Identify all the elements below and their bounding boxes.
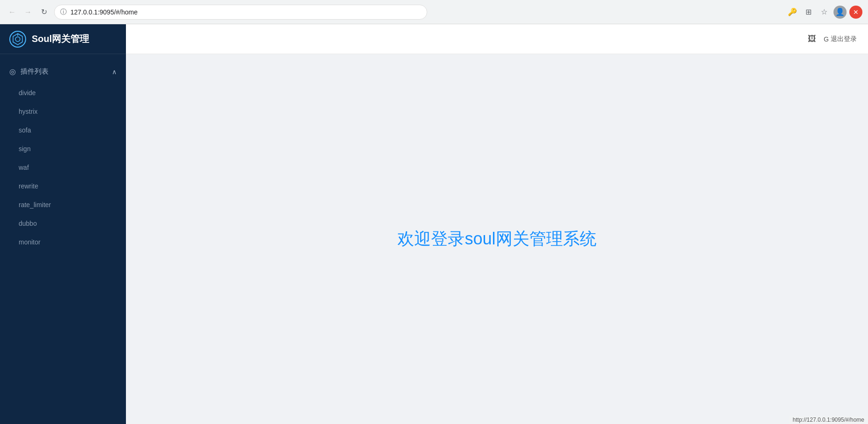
url-text: 127.0.0.1:9095/#/home xyxy=(70,8,138,16)
sidebar-item-waf[interactable]: waf xyxy=(0,158,126,177)
translate-icon: ⊞ xyxy=(806,7,812,16)
plugin-section-header[interactable]: ◎ 插件列表 ∧ xyxy=(0,62,126,82)
star-icon: ☆ xyxy=(821,7,827,16)
logout-icon: G xyxy=(824,35,829,43)
plugin-section-label: 插件列表 xyxy=(21,67,49,76)
logout-label: 退出登录 xyxy=(831,35,857,43)
sidebar-menu: ◎ 插件列表 ∧ divide hystrix sofa sign waf re… xyxy=(0,54,126,257)
logout-button[interactable]: G 退出登录 xyxy=(824,35,857,43)
back-button[interactable]: ← xyxy=(6,6,19,19)
header-actions: 🖼 G 退出登录 xyxy=(806,32,857,46)
app-logo xyxy=(9,31,26,48)
url-status-bar: http://127.0.0.1:9095/#/home xyxy=(789,416,868,424)
star-button[interactable]: ☆ xyxy=(818,6,831,19)
sidebar-item-divide[interactable]: divide xyxy=(0,83,126,102)
address-bar[interactable]: ⓘ 127.0.0.1:9095/#/home xyxy=(54,5,427,20)
lock-icon: ⓘ xyxy=(60,8,67,16)
browser-chrome: ← → ↻ ⓘ 127.0.0.1:9095/#/home 🔑 ⊞ ☆ 👤 ✕ xyxy=(0,0,868,24)
sidebar-item-rate-limiter[interactable]: rate_limiter xyxy=(0,195,126,214)
plugin-menu-items: divide hystrix sofa sign waf rewrite rat… xyxy=(0,82,126,253)
sidebar-header: Soul网关管理 xyxy=(0,24,126,54)
plugin-section-icon: ◎ xyxy=(9,67,16,76)
translate-button[interactable]: ⊞ xyxy=(802,6,815,19)
forward-button[interactable]: → xyxy=(21,6,35,19)
image-icon: 🖼 xyxy=(808,34,816,43)
sidebar-item-hystrix[interactable]: hystrix xyxy=(0,102,126,121)
reload-button[interactable]: ↻ xyxy=(37,6,50,19)
app-container: Soul网关管理 ◎ 插件列表 ∧ divide hystrix sofa si… xyxy=(0,24,868,424)
top-header: 🖼 G 退出登录 xyxy=(126,24,868,54)
key-icon: 🔑 xyxy=(788,7,797,16)
key-button[interactable]: 🔑 xyxy=(786,6,799,19)
sidebar: Soul网关管理 ◎ 插件列表 ∧ divide hystrix sofa si… xyxy=(0,24,126,424)
svg-point-1 xyxy=(15,37,20,42)
reload-icon: ↻ xyxy=(41,7,47,16)
forward-icon: → xyxy=(24,8,32,16)
close-icon: ✕ xyxy=(853,8,859,16)
sidebar-item-dubbo[interactable]: dubbo xyxy=(0,214,126,233)
browser-nav-buttons: ← → ↻ xyxy=(6,6,50,19)
header-image-button[interactable]: 🖼 xyxy=(806,32,818,46)
main-content: 🖼 G 退出登录 欢迎登录soul网关管理系统 xyxy=(126,24,868,424)
close-button[interactable]: ✕ xyxy=(849,6,862,19)
profile-icon: 👤 xyxy=(835,7,845,16)
sidebar-item-rewrite[interactable]: rewrite xyxy=(0,177,126,195)
sidebar-item-sign[interactable]: sign xyxy=(0,139,126,158)
sidebar-item-sofa[interactable]: sofa xyxy=(0,121,126,139)
welcome-message: 欢迎登录soul网关管理系统 xyxy=(397,228,596,250)
app-title: Soul网关管理 xyxy=(32,33,89,45)
sidebar-item-monitor[interactable]: monitor xyxy=(0,233,126,251)
back-icon: ← xyxy=(8,8,16,16)
browser-actions: 🔑 ⊞ ☆ 👤 ✕ xyxy=(786,6,862,19)
page-body: 欢迎登录soul网关管理系统 xyxy=(126,54,868,424)
plugin-section: ◎ 插件列表 ∧ divide hystrix sofa sign waf re… xyxy=(0,62,126,253)
section-left: ◎ 插件列表 xyxy=(9,67,49,76)
profile-button[interactable]: 👤 xyxy=(833,6,847,19)
chevron-up-icon: ∧ xyxy=(112,68,117,76)
